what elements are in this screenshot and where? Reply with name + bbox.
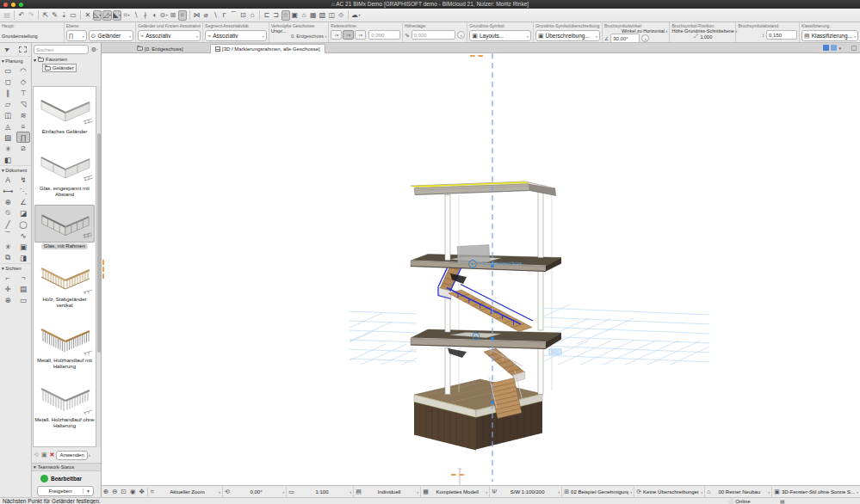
dimension-tool-icon[interactable]: ⟷ bbox=[1, 185, 15, 196]
save-icon[interactable]: ▤ bbox=[3, 10, 11, 21]
home-story-icon[interactable]: ⌂ bbox=[300, 10, 308, 21]
toolbox-section-planung[interactable]: ▾ Planung bbox=[0, 56, 31, 65]
offset-icon[interactable]: ⊡ bbox=[238, 10, 247, 21]
section-tool-icon[interactable]: ⌐ bbox=[1, 272, 15, 283]
radial-dimension-tool-icon[interactable]: ∠ bbox=[16, 196, 30, 207]
winkel-more-button[interactable]: › bbox=[641, 34, 649, 42]
drawing-tool-icon[interactable]: ⧉ bbox=[1, 252, 15, 263]
favorite-item-selected[interactable]: Glas, mit Rahmen bbox=[34, 205, 96, 249]
eyedropper-icon[interactable]: ⇣ bbox=[59, 10, 68, 21]
viewport-3d[interactable]: 2. 2.Obergeschoss bbox=[102, 53, 860, 485]
ueberschreibung-select[interactable]: ▣Überschreibung...› bbox=[535, 30, 600, 41]
winkel-field[interactable]: 30,00° bbox=[610, 34, 640, 43]
favorite-item[interactable]: Glas, eingespannt mit Abstand bbox=[34, 147, 96, 198]
interior-elevation-tool-icon[interactable]: ✛ bbox=[1, 283, 15, 294]
angle-dimension-tool-icon[interactable]: ⊕ bbox=[1, 196, 15, 207]
refline-offset-field[interactable]: 0,000 bbox=[368, 30, 399, 40]
favorite-item[interactable]: Einfaches Geländer bbox=[34, 90, 96, 135]
editing-plane-3-icon[interactable]: ◣▾ bbox=[113, 10, 122, 21]
group-icon[interactable]: ⊏ bbox=[263, 10, 271, 21]
lock-icon[interactable]: ⊝▾ bbox=[159, 10, 168, 21]
gravity-icon[interactable]: ⌗ bbox=[178, 10, 187, 21]
object-tool-icon[interactable]: ◇ bbox=[16, 76, 30, 87]
ungroup-icon[interactable]: ⊐ bbox=[272, 10, 281, 21]
zoom-fit-icon[interactable]: ⊡ bbox=[121, 488, 127, 495]
teamwork-palette2-icon[interactable] bbox=[831, 45, 837, 51]
renovation-select[interactable]: ⌂00 Reiner Neubau› bbox=[705, 486, 772, 497]
label-tool-icon[interactable]: ↯ bbox=[16, 174, 30, 185]
zoom-out-icon[interactable]: ⊖ bbox=[112, 488, 117, 495]
editing-plane-1-icon[interactable]: ◺▾ bbox=[93, 10, 102, 21]
copy-settings-icon[interactable]: ▣ bbox=[290, 10, 299, 21]
zoom-in-icon[interactable]: ⊕ bbox=[103, 488, 108, 495]
knoten-assoziativ-select[interactable]: ⌁Assoziativ› bbox=[138, 30, 201, 41]
marquee-tool-icon[interactable] bbox=[19, 46, 27, 52]
guide-line-icon[interactable]: ∖ bbox=[132, 10, 140, 21]
release-button[interactable]: Freigeben▼ bbox=[37, 486, 94, 496]
camera-tool-icon[interactable]: ▭ bbox=[16, 294, 30, 305]
favorites-scrollbar[interactable] bbox=[96, 86, 101, 447]
model-filter-select[interactable]: ▦Komplettes Modell› bbox=[421, 486, 490, 497]
magnet-icon[interactable]: ◖ bbox=[150, 10, 158, 21]
scrollbar-thumb[interactable] bbox=[97, 133, 101, 353]
figure-tool-icon[interactable]: ▣ bbox=[16, 241, 30, 252]
railing-tool-icon[interactable]: ∏ bbox=[16, 132, 30, 143]
popout-icon[interactable] bbox=[851, 46, 857, 51]
door-tool-icon[interactable]: ◠ bbox=[16, 65, 30, 76]
extend-icon[interactable]: Γ bbox=[220, 10, 229, 21]
zoom-box-icon[interactable]: ⌗ bbox=[151, 488, 154, 496]
adjust-icon[interactable]: ⌀ bbox=[201, 10, 210, 21]
skylight-tool-icon[interactable]: ◬ bbox=[1, 120, 15, 132]
hoehenlage-more-button[interactable]: › bbox=[457, 31, 465, 39]
printer-icon[interactable]: ▤ bbox=[780, 498, 785, 504]
worksheet-tool-icon[interactable]: ▤ bbox=[16, 283, 30, 294]
editing-plane-2-icon[interactable]: ◿▾ bbox=[102, 10, 112, 21]
redo-icon[interactable]: ↷ bbox=[27, 10, 35, 21]
sw-select[interactable]: ΨS/W 1:100/200› bbox=[490, 486, 562, 497]
trim-icon[interactable]: ⋈ bbox=[192, 10, 201, 21]
gear-icon[interactable]: ⚙› bbox=[89, 45, 100, 54]
layer-select[interactable]: ⊙Geländer› bbox=[89, 30, 133, 41]
refline-left-toggle[interactable]: ⇒ bbox=[331, 30, 342, 40]
tab-erdgeschoss[interactable]: [0. Erdgeschoss] bbox=[133, 44, 188, 53]
column-tool-icon[interactable]: ∥ bbox=[1, 87, 15, 98]
search-input[interactable]: Suchen bbox=[34, 45, 89, 54]
zoom-select[interactable]: Aktueller Zoom› bbox=[156, 486, 223, 497]
release-dropdown-icon[interactable]: ▼ bbox=[83, 489, 93, 494]
fillet-icon[interactable]: ⌒ bbox=[230, 10, 238, 21]
line-tool-icon[interactable]: ╱ bbox=[1, 218, 15, 230]
spline-tool-icon[interactable]: ∿ bbox=[16, 230, 30, 241]
elevation-tool-icon[interactable]: ¬ bbox=[16, 272, 30, 283]
tag-icon[interactable]: ⟐ bbox=[337, 10, 345, 21]
wall-tool-icon[interactable]: ▭ bbox=[1, 65, 15, 76]
fill-tool-icon[interactable]: ◪ bbox=[16, 207, 30, 218]
favorites-icon[interactable]: ☆ bbox=[282, 10, 290, 21]
tab-3d-view[interactable]: [3D / Markierungsrahmen, alle Geschosse] bbox=[210, 44, 325, 53]
slab-grid-icon[interactable]: ⊞ bbox=[169, 10, 177, 21]
circle-tool-icon[interactable]: ◯ bbox=[16, 218, 30, 230]
teamwork-status-header[interactable]: ▾ Teamwork-Status bbox=[32, 463, 101, 471]
pen-icon[interactable]: ✎ bbox=[51, 10, 59, 21]
toolbox-section-sichten[interactable]: ▾ Sichten bbox=[0, 263, 31, 272]
favorite-item[interactable]: Holz, Stabgeländer vertikal bbox=[34, 258, 96, 309]
picture-frame-icon[interactable]: ▭ bbox=[69, 10, 77, 21]
abstand-field[interactable]: 0,150 bbox=[766, 30, 797, 40]
toolbox-section-dokument[interactable]: ▾ Dokument bbox=[0, 165, 31, 174]
transform-icon[interactable]: ✕ bbox=[84, 10, 92, 21]
tool-default-button[interactable]: ∏› bbox=[66, 30, 87, 41]
favorite-item-partial[interactable] bbox=[34, 438, 96, 447]
segment-assoziativ-select[interactable]: ⌁Assoziativ› bbox=[205, 30, 267, 41]
roof-tool-icon[interactable]: ◹ bbox=[16, 98, 30, 109]
grundeinstellung-button[interactable]: Grundeinstellung bbox=[2, 34, 38, 39]
detail-tool-icon[interactable]: ⊕ bbox=[1, 294, 15, 305]
undo-icon[interactable]: ↶ bbox=[17, 10, 26, 21]
shell-tool-icon[interactable]: ≋ bbox=[16, 109, 30, 120]
more-chevron-icon[interactable]: › bbox=[89, 452, 90, 458]
new-window-icon[interactable]: ◫ bbox=[327, 10, 336, 21]
text-tool-icon[interactable]: A bbox=[1, 174, 15, 185]
position-mode-select[interactable]: Höhe Grundriss-Schnittebene › bbox=[671, 28, 733, 34]
snap-point-icon[interactable]: ∤ bbox=[141, 10, 150, 21]
favorites-root[interactable]: ▾ Favoriten bbox=[32, 55, 101, 64]
detail2-tool-icon[interactable]: ◨ bbox=[16, 252, 30, 263]
orbit-icon[interactable]: ◉ bbox=[130, 488, 136, 495]
